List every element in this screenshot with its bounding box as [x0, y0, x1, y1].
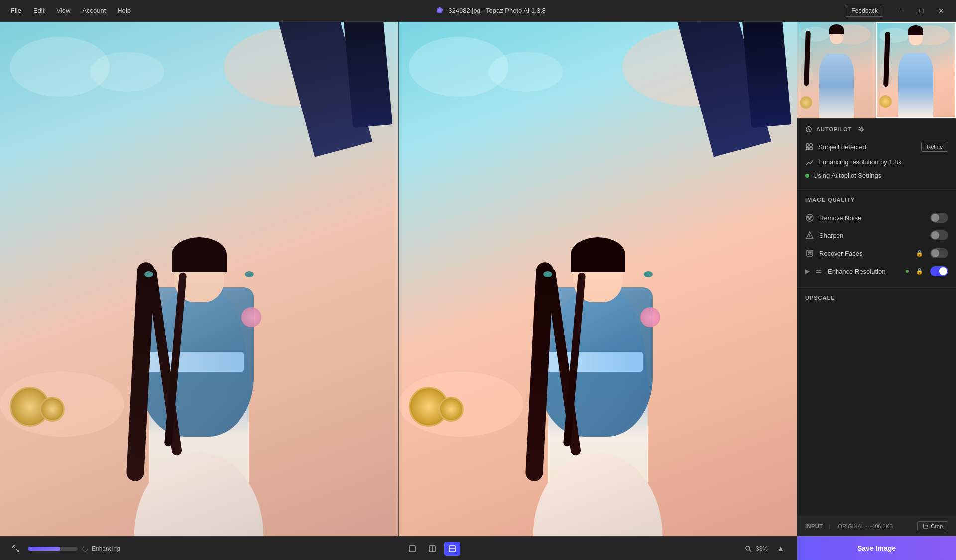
crop-icon [923, 523, 929, 529]
image-area: Enhancing 33% ▲ [0, 22, 797, 560]
autopilot-label: AUTOPILOT [816, 126, 852, 132]
expand-icon [12, 545, 20, 553]
window-title: 324982.jpg - Topaz Photo AI 1.3.8 [448, 7, 546, 14]
menu-view[interactable]: View [51, 5, 75, 16]
menu-edit[interactable]: Edit [28, 5, 49, 16]
minimize-button[interactable]: − [892, 4, 910, 18]
upscale-header: UPSCALE [805, 295, 948, 301]
recover-faces-icon [805, 249, 814, 258]
enhancing-row: Enhancing resolution by 1.8x. [805, 155, 948, 169]
enhancing-status: Enhancing [82, 545, 120, 552]
thumbnail-enhanced[interactable] [876, 22, 956, 118]
crop-button[interactable]: Crop [917, 521, 948, 531]
enhance-res-lock-icon: 🔒 [916, 268, 923, 275]
svg-rect-3 [409, 546, 415, 552]
remove-noise-row: Remove Noise [805, 209, 948, 226]
feedback-button[interactable]: Feedback [845, 5, 884, 17]
image-quality-section: IMAGE QUALITY Remove Noise [797, 190, 956, 288]
sharpen-toggle[interactable] [930, 230, 948, 240]
enhance-res-expand-button[interactable]: ▶ [805, 268, 810, 275]
progress-fill [28, 547, 60, 551]
single-view-button[interactable] [404, 542, 420, 556]
close-button[interactable]: ✕ [932, 4, 950, 18]
sharpen-icon [805, 231, 814, 240]
panel-scroll[interactable]: AUTOPILOT Subject detected. Re [797, 119, 956, 516]
split-v-icon [448, 545, 456, 553]
settings-gear-icon[interactable] [858, 126, 865, 133]
svg-point-11 [860, 128, 862, 130]
right-panel: AUTOPILOT Subject detected. Re [797, 22, 956, 560]
menu-account[interactable]: Account [77, 5, 111, 16]
sharpen-row: Sharpen [805, 226, 948, 244]
single-view-icon [408, 545, 416, 553]
canvas-container [0, 22, 797, 536]
autopilot-settings-text: Using Autopilot Settings [813, 172, 881, 179]
svg-rect-12 [806, 144, 809, 146]
enhancing-text: Enhancing resolution by 1.8x. [818, 158, 903, 166]
svg-rect-13 [810, 144, 812, 146]
titlebar: File Edit View Account Help 324982.jpg -… [0, 0, 956, 22]
upscale-label: UPSCALE [805, 295, 835, 301]
recover-faces-row: Recover Faces 🔒 [805, 244, 948, 262]
svg-point-18 [810, 216, 812, 218]
original-panel[interactable] [0, 22, 398, 536]
svg-point-2 [83, 546, 88, 551]
svg-rect-22 [807, 250, 813, 256]
recover-faces-lock-icon: 🔒 [916, 250, 923, 257]
maximize-button[interactable]: □ [912, 4, 930, 18]
status-dot-green [805, 174, 809, 178]
autopilot-icon [805, 126, 812, 133]
expand-button[interactable] [8, 542, 24, 556]
svg-point-17 [808, 216, 809, 218]
subject-text: Subject detected. [818, 143, 868, 151]
zoom-expand-button[interactable]: ▲ [773, 542, 789, 556]
save-image-button[interactable]: Save Image [797, 536, 956, 560]
enhanced-panel[interactable] [399, 22, 797, 536]
file-info: ORIGINAL · ~406.2KB [838, 523, 893, 529]
enhance-res-icon [815, 267, 823, 275]
zoom-level: 33% [756, 545, 768, 552]
sharpen-label: Sharpen [819, 232, 925, 239]
menu-bar: File Edit View Account Help [6, 5, 136, 16]
autopilot-header: AUTOPILOT [805, 126, 948, 133]
progress-bar [28, 547, 78, 551]
image-quality-header: IMAGE QUALITY [805, 197, 948, 203]
svg-rect-14 [806, 147, 809, 150]
zoom-controls: 33% ▲ [745, 542, 789, 556]
thumbnail-original[interactable] [797, 22, 876, 118]
enhance-resolution-row: ▶ Enhance Resolution 🔒 [805, 262, 948, 280]
remove-noise-label: Remove Noise [819, 214, 925, 222]
resolution-icon [805, 158, 813, 166]
recover-faces-label: Recover Faces [819, 250, 911, 257]
recover-faces-toggle[interactable] [930, 248, 948, 258]
input-bar: INPUT | ORIGINAL · ~406.2KB Crop [797, 516, 956, 536]
view-controls [404, 542, 460, 556]
bottom-left: Enhancing [8, 542, 120, 556]
spinner-icon [82, 545, 89, 552]
remove-noise-icon [805, 213, 814, 222]
remove-noise-toggle[interactable] [930, 213, 948, 223]
window-controls: − □ ✕ [892, 4, 950, 18]
app-logo-icon [435, 6, 444, 15]
upscale-section: UPSCALE [797, 288, 956, 314]
enhance-res-status-dot [906, 270, 909, 273]
menu-file[interactable]: File [6, 5, 26, 16]
bottom-toolbar: Enhancing 33% ▲ [0, 536, 797, 560]
image-quality-label: IMAGE QUALITY [805, 197, 855, 203]
menu-help[interactable]: Help [113, 5, 136, 16]
titlebar-right: Feedback − □ ✕ [845, 4, 950, 18]
enhance-resolution-toggle[interactable] [930, 266, 948, 276]
thumbnail-strip [797, 22, 956, 119]
main-layout: Enhancing 33% ▲ [0, 22, 956, 560]
split-horizontal-button[interactable] [424, 542, 440, 556]
split-vertical-button[interactable] [444, 542, 460, 556]
app-title: 324982.jpg - Topaz Photo AI 1.3.8 [435, 6, 546, 15]
zoom-icon [745, 545, 752, 552]
split-h-icon [428, 545, 436, 553]
svg-point-19 [809, 218, 810, 220]
input-label: INPUT [805, 523, 823, 529]
refine-button[interactable]: Refine [921, 142, 948, 152]
subject-icon [805, 143, 813, 151]
svg-point-8 [746, 546, 750, 550]
autopilot-status-row: Using Autopilot Settings [805, 169, 948, 182]
